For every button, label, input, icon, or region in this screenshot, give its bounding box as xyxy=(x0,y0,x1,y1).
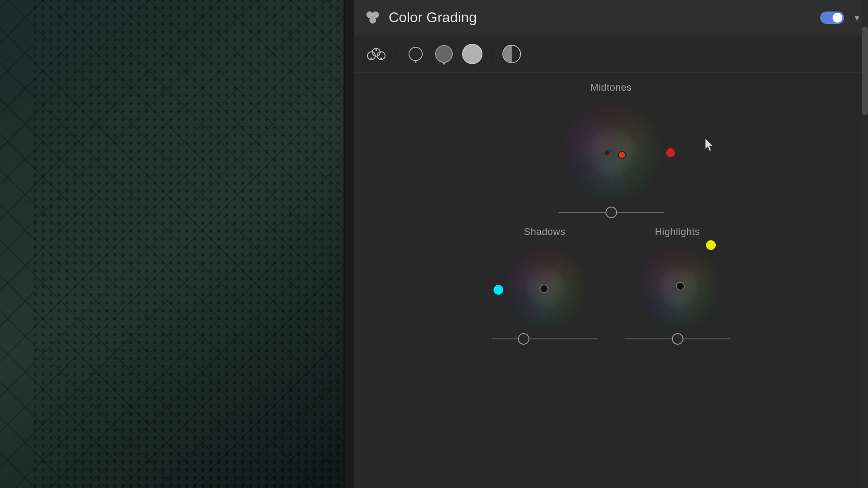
shadows-slider-thumb[interactable] xyxy=(518,333,529,345)
shadows-section: Shadows xyxy=(492,226,598,339)
highlights-lum-slider[interactable] xyxy=(625,338,731,339)
highlights-label: Highlights xyxy=(655,226,700,238)
midtones-center-dot xyxy=(605,150,609,155)
shadows-external-dot xyxy=(494,285,503,295)
highlights-wheel[interactable] xyxy=(633,244,722,332)
highlights-handle[interactable] xyxy=(676,282,685,291)
color-grading-icon xyxy=(363,8,382,27)
circle-large-icon xyxy=(462,44,482,64)
midtones-mode-button[interactable] xyxy=(432,42,455,65)
scrollbar-thumb[interactable] xyxy=(862,27,868,115)
scrollbar-track[interactable] xyxy=(862,0,868,488)
bottom-row: Shadows Highlights xyxy=(492,226,731,339)
shadows-wheel[interactable] xyxy=(501,244,589,332)
svg-point-7 xyxy=(375,49,377,51)
highlights-slider-thumb[interactable] xyxy=(672,333,683,345)
right-panel: Color Grading ▾ xyxy=(354,0,868,488)
midtones-slider-thumb[interactable] xyxy=(606,207,617,218)
svg-point-8 xyxy=(380,58,382,59)
shadows-slider-track xyxy=(492,338,598,339)
chevron-down-icon[interactable]: ▾ xyxy=(855,12,859,23)
midtones-lum-slider[interactable] xyxy=(558,212,664,213)
toolbar xyxy=(354,35,868,73)
svg-point-2 xyxy=(369,17,376,23)
midtones-wheel[interactable] xyxy=(558,100,664,206)
panel-toggle[interactable] xyxy=(820,12,844,24)
circle-outline-sm-icon xyxy=(409,47,423,61)
split-mode-button[interactable] xyxy=(500,42,523,65)
shadows-lum-slider[interactable] xyxy=(492,338,598,339)
panel-title: Color Grading xyxy=(389,9,814,26)
toolbar-divider-1 xyxy=(396,45,396,63)
midtones-slider-track xyxy=(558,212,664,213)
shadows-mode-button[interactable] xyxy=(404,42,427,65)
content-area: Midtones Shadows xyxy=(354,73,868,488)
half-circle-icon xyxy=(502,45,521,63)
circle-medium-icon xyxy=(435,45,453,63)
svg-point-6 xyxy=(370,58,372,59)
highlights-mode-button[interactable] xyxy=(461,42,484,65)
midtones-section: Midtones xyxy=(558,82,664,213)
midtones-handle[interactable] xyxy=(618,151,626,159)
shadows-handle[interactable] xyxy=(540,284,548,293)
highlights-section: Highlights xyxy=(625,226,731,339)
toolbar-divider-2 xyxy=(492,45,492,63)
shadows-label: Shadows xyxy=(524,226,565,238)
triple-circles-button[interactable] xyxy=(365,42,388,65)
highlights-external-dot xyxy=(706,240,716,250)
midtones-label: Midtones xyxy=(590,82,632,93)
highlights-slider-track xyxy=(625,338,731,339)
panel-header: Color Grading ▾ xyxy=(354,0,868,35)
midtones-external-dot xyxy=(666,148,675,157)
image-panel xyxy=(0,0,345,488)
